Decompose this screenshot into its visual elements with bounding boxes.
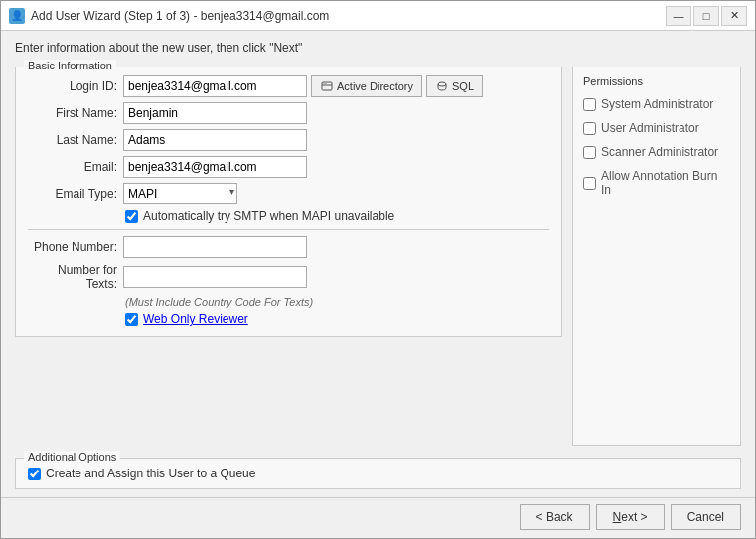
back-button[interactable]: < Back [520, 504, 590, 530]
cancel-button[interactable]: Cancel [671, 504, 741, 530]
country-code-note: (Must Include Country Code For Texts) [125, 296, 549, 308]
email-label: Email: [28, 160, 117, 174]
system-admin-checkbox[interactable] [583, 98, 596, 111]
active-directory-label: Active Directory [337, 80, 413, 92]
svg-point-2 [326, 83, 327, 84]
phone-number-label: Phone Number: [28, 240, 117, 254]
window-title: Add User Wizard (Step 1 of 3) - benjea33… [31, 9, 329, 23]
back-label: < Back [536, 510, 573, 524]
close-button[interactable]: ✕ [721, 6, 747, 26]
sql-icon [435, 79, 449, 93]
email-type-select[interactable]: MAPI SMTP [123, 183, 237, 204]
scanner-admin-label: Scanner Administrator [601, 145, 718, 159]
permission-system-admin: System Administrator [583, 97, 730, 111]
first-name-row: First Name: [28, 102, 549, 124]
scanner-admin-checkbox[interactable] [583, 146, 596, 159]
permissions-panel: Permissions System Administrator User Ad… [572, 67, 741, 446]
create-queue-row: Create and Assign this User to a Queue [28, 467, 728, 480]
user-admin-checkbox[interactable] [583, 122, 596, 135]
svg-rect-0 [322, 82, 332, 90]
first-name-input[interactable] [123, 102, 307, 124]
auto-smtp-row: Automatically try SMTP when MAPI unavail… [125, 209, 549, 223]
active-directory-button[interactable]: Active Directory [311, 75, 422, 97]
maximize-button[interactable]: □ [693, 6, 719, 26]
svg-point-3 [438, 82, 446, 86]
login-id-label: Login ID: [28, 79, 117, 93]
email-input[interactable] [123, 156, 307, 178]
additional-options-title: Additional Options [24, 451, 120, 463]
annotation-burn-checkbox[interactable] [583, 177, 596, 190]
first-name-label: First Name: [28, 106, 117, 120]
next-button[interactable]: Next > [596, 504, 665, 530]
web-only-label: Web Only Reviewer [143, 312, 248, 326]
last-name-row: Last Name: [28, 129, 549, 151]
email-type-row: Email Type: MAPI SMTP ▾ [28, 183, 549, 204]
titlebar-left: 👤 Add User Wizard (Step 1 of 3) - benjea… [9, 8, 329, 24]
create-queue-label: Create and Assign this User to a Queue [46, 467, 255, 480]
bottom-bar: < Back Next > Cancel [1, 497, 755, 538]
main-window: 👤 Add User Wizard (Step 1 of 3) - benjea… [0, 0, 756, 539]
login-id-input-group: Active Directory SQL [123, 75, 483, 97]
phone-number-row: Phone Number: [28, 236, 549, 258]
svg-point-1 [324, 83, 325, 84]
email-type-label: Email Type: [28, 187, 117, 201]
login-id-input[interactable] [123, 75, 307, 97]
window-icon: 👤 [9, 8, 25, 24]
main-area: Basic Information Login ID: Active Direc… [15, 67, 741, 446]
sql-label: SQL [452, 80, 474, 92]
permission-scanner-admin: Scanner Administrator [583, 145, 730, 159]
auto-smtp-checkbox[interactable] [125, 210, 138, 223]
additional-options-group: Additional Options Create and Assign thi… [15, 458, 741, 489]
left-panel: Basic Information Login ID: Active Direc… [15, 67, 562, 446]
basic-info-group: Basic Information Login ID: Active Direc… [15, 67, 562, 337]
last-name-label: Last Name: [28, 133, 117, 147]
web-only-checkbox[interactable] [125, 313, 138, 326]
minimize-button[interactable]: — [666, 6, 691, 26]
web-only-row: Web Only Reviewer [125, 312, 549, 326]
login-id-row: Login ID: Active Directory [28, 75, 549, 97]
phone-number-input[interactable] [123, 236, 307, 258]
create-queue-checkbox[interactable] [28, 468, 41, 480]
user-admin-label: User Administrator [601, 121, 699, 135]
number-for-texts-input[interactable] [123, 266, 307, 288]
content-area: Enter information about the new user, th… [1, 31, 755, 497]
next-label: Next > [613, 510, 648, 524]
email-type-select-wrapper: MAPI SMTP ▾ [123, 183, 237, 204]
titlebar-controls: — □ ✕ [666, 6, 747, 26]
instruction-text: Enter information about the new user, th… [15, 41, 741, 55]
email-row: Email: [28, 156, 549, 178]
permission-annotation-burn: Allow Annotation Burn In [583, 169, 730, 197]
ad-icon [320, 79, 334, 93]
cancel-label: Cancel [687, 510, 724, 524]
permissions-title: Permissions [583, 75, 730, 87]
permission-user-admin: User Administrator [583, 121, 730, 135]
auto-smtp-label: Automatically try SMTP when MAPI unavail… [143, 209, 394, 223]
number-for-texts-label: Number for Texts: [28, 263, 117, 291]
titlebar: 👤 Add User Wizard (Step 1 of 3) - benjea… [1, 1, 755, 31]
number-for-texts-row: Number for Texts: [28, 263, 549, 291]
sql-button[interactable]: SQL [426, 75, 483, 97]
system-admin-label: System Administrator [601, 97, 713, 111]
annotation-burn-label: Allow Annotation Burn In [601, 169, 730, 197]
basic-info-title: Basic Information [24, 60, 116, 71]
last-name-input[interactable] [123, 129, 307, 151]
